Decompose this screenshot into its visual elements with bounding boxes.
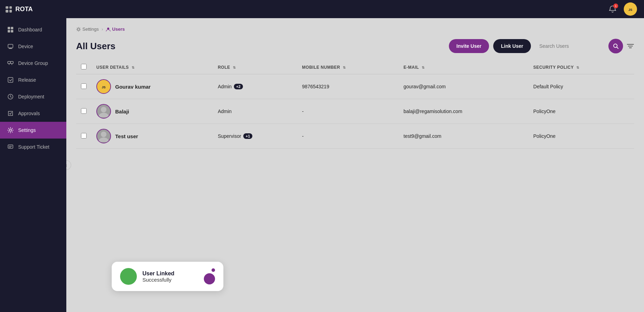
sidebar-collapse-button[interactable]: ‹ (66, 160, 71, 170)
sidebar-item-dashboard[interactable]: Dashboard (0, 21, 66, 38)
row-checkbox-2[interactable] (81, 133, 87, 139)
security-policy-cell: PolicyOne (528, 99, 634, 124)
toast-subtitle: Successfully (142, 277, 175, 283)
content-area: ‹ Settings › Users All Users In (66, 18, 644, 312)
approvals-icon (7, 110, 14, 117)
search-wrapper (535, 39, 634, 53)
svg-rect-3 (11, 30, 13, 32)
col-mobile: MOBILE NUMBER ⇅ (297, 60, 399, 74)
col-role: ROLE ⇅ (213, 60, 297, 74)
sidebar-item-release[interactable]: Release (0, 72, 66, 88)
user-name: Balaji (115, 109, 129, 114)
notifications-button[interactable]: 1 (606, 3, 619, 15)
sidebar-nav: Dashboard Device (0, 18, 66, 312)
table-row: Test userSupervisor+1-test9@gmail.comPol… (76, 124, 634, 149)
svg-point-18 (107, 28, 109, 30)
breadcrumb-users[interactable]: Users (106, 27, 125, 32)
row-checkbox-1[interactable] (81, 108, 87, 114)
role-cell: Supervisor+1 (218, 133, 292, 139)
svg-point-13 (9, 129, 12, 131)
svg-point-26 (101, 107, 106, 112)
role-badge: +1 (243, 133, 253, 139)
sidebar-item-label: Release (18, 77, 36, 83)
user-avatar (96, 104, 111, 119)
sidebar-item-label: Approvals (18, 111, 40, 116)
sidebar-item-deployment[interactable]: Deployment (0, 88, 66, 105)
email-cell: gourav@gmail.com (399, 74, 528, 99)
invite-user-button[interactable]: Invite User (449, 39, 489, 53)
svg-rect-7 (8, 61, 10, 64)
row-checkbox-0[interactable] (81, 83, 87, 89)
sidebar-item-settings[interactable]: Settings (0, 122, 66, 139)
user-info: Balaji (96, 104, 208, 119)
sidebar-item-device-group[interactable]: Device Group (0, 55, 66, 72)
search-input[interactable] (535, 40, 605, 52)
toast-notification: User Linked Successfully (112, 262, 223, 291)
sort-mobile-icon[interactable]: ⇅ (343, 66, 346, 69)
user-avatar: JS (96, 79, 111, 94)
sidebar-item-label: Device (18, 44, 33, 49)
sidebar-item-approvals[interactable]: Approvals (0, 105, 66, 122)
support-icon (7, 143, 14, 150)
sidebar-item-label: Support Ticket (18, 144, 50, 150)
notif-badge: 1 (613, 3, 618, 8)
sidebar: ROTA Dashboard (0, 0, 66, 312)
breadcrumb-arrow: › (102, 27, 103, 32)
svg-line-20 (617, 47, 618, 49)
toast-success-icon (120, 268, 137, 285)
role-label: Admin (218, 84, 232, 89)
sort-email-icon[interactable]: ⇅ (422, 66, 425, 69)
toast-decoration (204, 268, 215, 284)
filter-button[interactable] (627, 43, 634, 49)
sort-security-icon[interactable]: ⇅ (576, 66, 579, 69)
sort-role-icon[interactable]: ⇅ (233, 66, 236, 69)
role-label: Supervisor (218, 133, 241, 139)
svg-text:JS: JS (628, 8, 632, 12)
svg-rect-8 (10, 61, 13, 64)
security-policy-cell: PolicyOne (528, 124, 634, 149)
mobile-cell: - (297, 124, 399, 149)
svg-point-27 (101, 132, 106, 137)
svg-rect-11 (8, 77, 13, 82)
sidebar-item-label: Dashboard (18, 27, 42, 32)
select-all-checkbox[interactable] (81, 64, 87, 69)
col-security-policy: SECURITY POLICY ⇅ (528, 60, 634, 74)
toast-text: User Linked Successfully (142, 270, 175, 283)
col-email: E-MAIL ⇅ (399, 60, 528, 74)
svg-rect-14 (8, 145, 13, 148)
grid-icon (6, 6, 12, 13)
page-header: All Users Invite User Link User (76, 39, 634, 53)
role-label: Admin (218, 109, 232, 114)
dot-large (204, 273, 215, 284)
user-avatar (96, 129, 111, 143)
sidebar-item-device[interactable]: Device (0, 38, 66, 55)
sidebar-item-support-ticket[interactable]: Support Ticket (0, 139, 66, 155)
user-name: Gourav kumar (115, 84, 151, 90)
sidebar-item-label: Deployment (18, 94, 44, 99)
link-user-button[interactable]: Link User (493, 39, 531, 53)
app-name: ROTA (15, 6, 33, 13)
table-row: BalajiAdmin-balaji@regamisolution.comPol… (76, 99, 634, 124)
user-name: Test user (115, 133, 138, 139)
main-area: 1 JS ‹ Settings › (66, 0, 644, 312)
svg-rect-2 (8, 30, 10, 32)
sidebar-item-label: Settings (18, 127, 36, 133)
settings-icon (7, 127, 14, 134)
svg-rect-1 (11, 27, 13, 29)
security-policy-cell: Default Policy (528, 74, 634, 99)
email-cell: test9@gmail.com (399, 124, 528, 149)
device-icon (7, 43, 14, 50)
device-group-icon (7, 60, 14, 67)
role-badge: +2 (234, 84, 243, 89)
breadcrumb-settings[interactable]: Settings (76, 27, 99, 32)
user-info: Test user (96, 129, 208, 143)
users-table: USER DETAILS ⇅ ROLE ⇅ MOBILE NUMBER ⇅ E-… (76, 60, 634, 149)
user-avatar-button[interactable]: JS (624, 2, 637, 16)
release-icon (7, 76, 14, 83)
page-title: All Users (76, 41, 445, 52)
toast-title: User Linked (142, 270, 175, 277)
search-submit-button[interactable] (608, 39, 623, 53)
breadcrumb: Settings › Users (76, 27, 634, 32)
sort-user-details-icon[interactable]: ⇅ (132, 66, 135, 69)
dashboard-icon (7, 26, 14, 33)
